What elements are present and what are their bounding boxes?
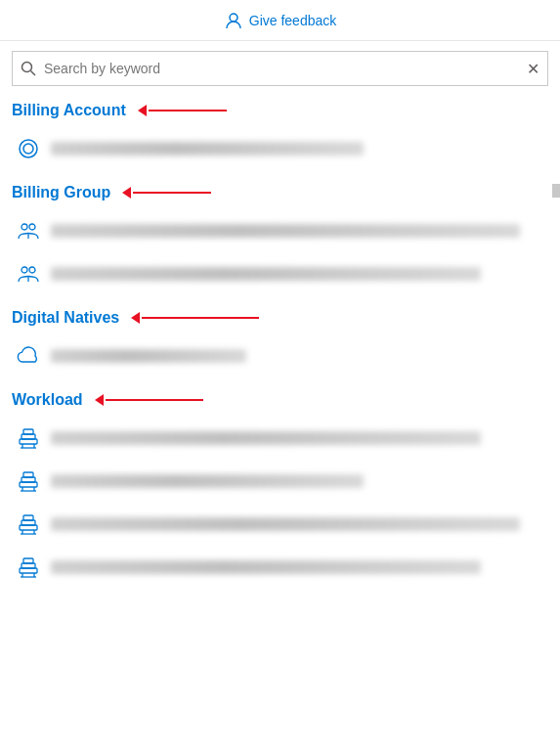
- search-input[interactable]: [44, 61, 527, 76]
- svg-point-1: [22, 63, 32, 72]
- item-text-bar: [51, 224, 520, 238]
- list-item[interactable]: [12, 505, 548, 544]
- billing-account-arrow: [138, 105, 227, 116]
- group-icon: [16, 261, 41, 287]
- workload-arrow: [95, 394, 203, 406]
- svg-rect-11: [23, 429, 33, 434]
- workload-section-header: Workload: [12, 391, 548, 409]
- svg-rect-27: [20, 568, 37, 573]
- give-feedback-label[interactable]: Give feedback: [249, 13, 337, 28]
- svg-rect-15: [20, 482, 37, 487]
- billing-group-section-header: Billing Group: [12, 184, 548, 201]
- item-text-bar: [51, 474, 364, 488]
- svg-rect-22: [22, 520, 35, 525]
- item-text-bar: [51, 517, 520, 531]
- workload-icon: [16, 555, 41, 580]
- item-text-bar: [51, 142, 364, 156]
- user-icon: [224, 11, 243, 30]
- svg-point-5: [22, 224, 27, 230]
- workload-icon: [16, 425, 41, 451]
- list-item[interactable]: [12, 211, 548, 250]
- svg-rect-17: [23, 472, 33, 477]
- search-bar: ✕: [12, 51, 548, 86]
- list-item[interactable]: [12, 419, 548, 458]
- list-item[interactable]: [12, 548, 548, 587]
- billing-group-arrow: [122, 187, 211, 199]
- billing-group-title: Billing Group: [12, 184, 110, 201]
- svg-point-3: [20, 140, 37, 157]
- item-text-bar: [51, 431, 481, 445]
- item-text-bar: [51, 267, 481, 281]
- svg-point-6: [29, 224, 35, 230]
- billing-account-section-header: Billing Account: [12, 102, 548, 119]
- item-text-bar: [51, 349, 246, 363]
- item-text-bar: [51, 560, 481, 574]
- svg-rect-10: [22, 434, 35, 439]
- svg-line-2: [31, 71, 36, 76]
- list-item[interactable]: [12, 129, 548, 168]
- workload-icon: [16, 511, 41, 537]
- svg-point-8: [29, 267, 35, 273]
- search-icon: [21, 61, 36, 76]
- group-icon: [16, 218, 41, 244]
- svg-rect-16: [22, 477, 35, 482]
- svg-rect-23: [23, 515, 33, 520]
- svg-point-0: [230, 14, 237, 22]
- clear-icon[interactable]: ✕: [527, 60, 539, 78]
- digital-natives-section-header: Digital Natives: [12, 309, 548, 327]
- svg-rect-21: [20, 525, 37, 530]
- digital-natives-title: Digital Natives: [12, 309, 119, 327]
- workload-title: Workload: [12, 391, 83, 409]
- workload-icon: [16, 468, 41, 494]
- svg-rect-29: [23, 558, 33, 563]
- digital-natives-arrow: [131, 312, 259, 324]
- main-content: Billing Account Billing Group: [0, 102, 560, 587]
- top-bar: Give feedback: [0, 0, 560, 41]
- list-item[interactable]: [12, 254, 548, 293]
- list-item[interactable]: [12, 336, 548, 376]
- circle-icon: [16, 136, 41, 161]
- list-item[interactable]: [12, 462, 548, 501]
- svg-point-7: [22, 267, 27, 273]
- svg-point-4: [23, 144, 33, 154]
- svg-rect-9: [20, 439, 37, 444]
- billing-account-title: Billing Account: [12, 102, 126, 119]
- svg-rect-28: [22, 563, 35, 568]
- cloud-icon: [16, 343, 41, 369]
